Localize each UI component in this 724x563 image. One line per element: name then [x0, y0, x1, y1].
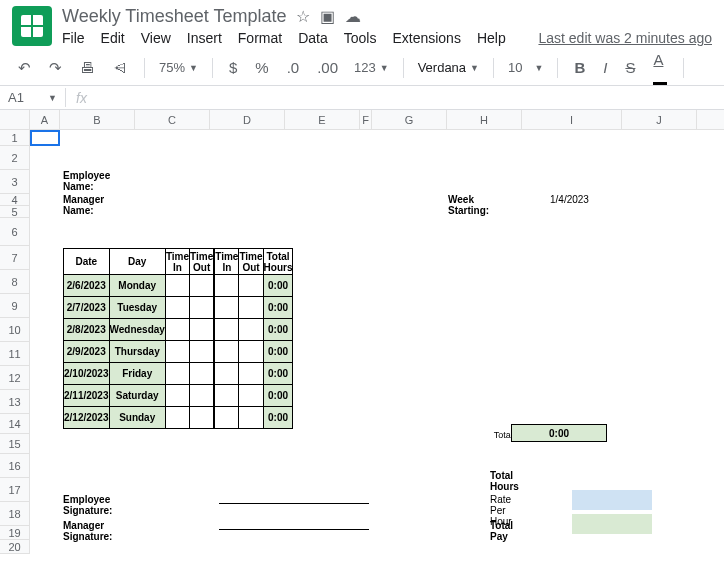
- row-header[interactable]: 8: [0, 270, 30, 293]
- table-row: 2/8/2023Wednesday0:00: [64, 319, 293, 341]
- menu-file[interactable]: File: [62, 30, 85, 46]
- font-dropdown[interactable]: Verdana▼: [414, 58, 483, 77]
- menu-insert[interactable]: Insert: [187, 30, 222, 46]
- rate-per-hour-cell[interactable]: [572, 490, 652, 510]
- th-time-in: Time In: [165, 249, 189, 275]
- last-edit-link[interactable]: Last edit was 2 minutes ago: [538, 30, 712, 46]
- italic-icon[interactable]: I: [597, 55, 613, 80]
- row-header[interactable]: 13: [0, 390, 30, 413]
- menu-format[interactable]: Format: [238, 30, 282, 46]
- text-color-icon[interactable]: A: [647, 47, 673, 89]
- percent-icon[interactable]: %: [249, 55, 274, 80]
- row-header[interactable]: 18: [0, 502, 30, 525]
- col-header-a[interactable]: A: [30, 110, 60, 129]
- row-header[interactable]: 4: [0, 194, 30, 205]
- toolbar: ↶ ↷ 🖶 ⩤ 75%▼ $ % .0 .00 123▼ Verdana▼ 10…: [0, 50, 724, 86]
- cloud-icon[interactable]: ☁: [345, 7, 361, 26]
- undo-icon[interactable]: ↶: [12, 55, 37, 81]
- col-header-i[interactable]: I: [522, 110, 622, 129]
- week-starting-label: Week Starting:: [448, 194, 489, 216]
- manager-signature-line[interactable]: [219, 516, 369, 530]
- redo-icon[interactable]: ↷: [43, 55, 68, 81]
- week-starting-value[interactable]: 1/4/2023: [550, 194, 589, 205]
- table-row: 2/9/2023Thursday0:00: [64, 341, 293, 363]
- menu-tools[interactable]: Tools: [344, 30, 377, 46]
- manager-signature-label: Manager Signature:: [63, 520, 112, 542]
- timesheet-table: Date Day Time In Time Out Time In Time O…: [63, 248, 293, 429]
- menu-help[interactable]: Help: [477, 30, 506, 46]
- col-header-d[interactable]: D: [210, 110, 285, 129]
- summary-total-hours-label: Total Hours: [490, 470, 519, 492]
- name-box[interactable]: A1▼: [0, 88, 66, 107]
- th-day: Day: [109, 249, 165, 275]
- th-time-in2: Time In: [215, 249, 239, 275]
- currency-icon[interactable]: $: [223, 55, 243, 80]
- table-row: 2/10/2023Friday0:00: [64, 363, 293, 385]
- manager-name-label: Manager Name:: [63, 194, 104, 216]
- employee-signature-line[interactable]: [219, 490, 369, 504]
- bold-icon[interactable]: B: [568, 55, 591, 80]
- print-icon[interactable]: 🖶: [74, 55, 101, 80]
- move-icon[interactable]: ▣: [320, 7, 335, 26]
- row-header[interactable]: 2: [0, 146, 30, 169]
- select-all-corner[interactable]: [0, 110, 30, 129]
- row-header[interactable]: 1: [0, 130, 30, 145]
- row-header[interactable]: 14: [0, 414, 30, 433]
- row-header[interactable]: 10: [0, 318, 30, 341]
- table-row: 2/12/2023Sunday0:00: [64, 407, 293, 429]
- row-header[interactable]: 12: [0, 366, 30, 389]
- col-header-j[interactable]: J: [622, 110, 697, 129]
- row-header[interactable]: 6: [0, 218, 30, 245]
- th-total-hours: Total Hours: [263, 249, 293, 275]
- menu-extensions[interactable]: Extensions: [392, 30, 460, 46]
- employee-name-label: Employee Name:: [63, 170, 110, 192]
- row-header[interactable]: 15: [0, 434, 30, 453]
- col-header-b[interactable]: B: [60, 110, 135, 129]
- table-row: 2/11/2023Saturday0:00: [64, 385, 293, 407]
- col-header-e[interactable]: E: [285, 110, 360, 129]
- col-header-f[interactable]: F: [360, 110, 372, 129]
- col-header-h[interactable]: H: [447, 110, 522, 129]
- th-time-out2: Time Out: [239, 249, 263, 275]
- more-formats-dropdown[interactable]: 123▼: [350, 58, 393, 77]
- strikethrough-icon[interactable]: S: [619, 55, 641, 80]
- table-row: 2/7/2023Tuesday0:00: [64, 297, 293, 319]
- row-header[interactable]: 9: [0, 294, 30, 317]
- employee-signature-label: Employee Signature:: [63, 494, 112, 516]
- decrease-decimal-icon[interactable]: .0: [281, 55, 306, 80]
- table-row: 2/6/2023Monday0:00: [64, 275, 293, 297]
- col-header-c[interactable]: C: [135, 110, 210, 129]
- row-header[interactable]: 3: [0, 170, 30, 193]
- menu-view[interactable]: View: [141, 30, 171, 46]
- total-pay-cell[interactable]: [572, 514, 652, 534]
- fx-label: fx: [66, 90, 97, 106]
- row-header[interactable]: 19: [0, 526, 30, 539]
- total-hours-week-value[interactable]: 0:00: [511, 424, 607, 442]
- row-header[interactable]: 20: [0, 540, 30, 553]
- menu-edit[interactable]: Edit: [101, 30, 125, 46]
- star-icon[interactable]: ☆: [296, 7, 310, 26]
- row-header[interactable]: 16: [0, 454, 30, 477]
- doc-title[interactable]: Weekly Timesheet Template: [62, 6, 286, 27]
- zoom-dropdown[interactable]: 75%▼: [155, 58, 202, 77]
- col-header-g[interactable]: G: [372, 110, 447, 129]
- paint-format-icon[interactable]: ⩤: [107, 55, 134, 80]
- th-date: Date: [64, 249, 110, 275]
- sheets-logo[interactable]: [12, 6, 52, 46]
- font-size-dropdown[interactable]: 10▼: [504, 58, 547, 77]
- menu-data[interactable]: Data: [298, 30, 328, 46]
- th-time-out: Time Out: [190, 249, 214, 275]
- row-header[interactable]: 17: [0, 478, 30, 501]
- row-header[interactable]: 7: [0, 246, 30, 269]
- row-header[interactable]: 11: [0, 342, 30, 365]
- cell-selection: [30, 130, 60, 146]
- increase-decimal-icon[interactable]: .00: [311, 55, 344, 80]
- row-header[interactable]: 5: [0, 206, 30, 217]
- summary-total-pay-label: Total Pay: [490, 520, 513, 542]
